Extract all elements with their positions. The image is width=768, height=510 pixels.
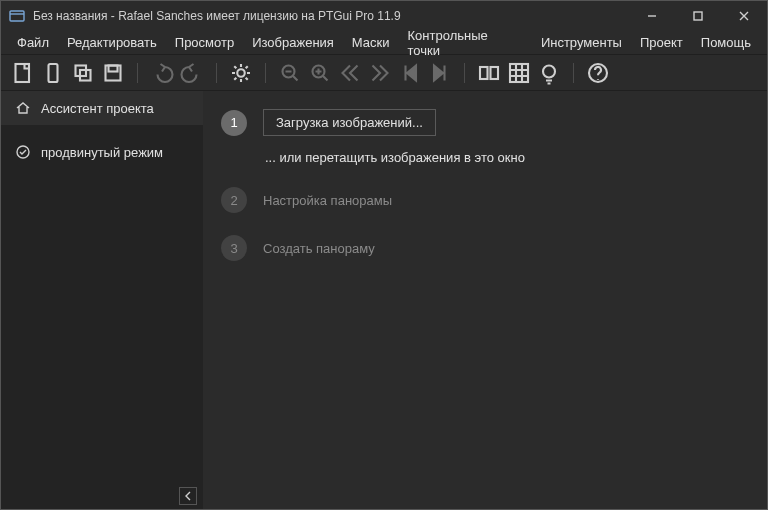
minimize-button[interactable] <box>629 1 675 31</box>
next-icon[interactable] <box>428 61 452 85</box>
toolbar-separator <box>464 63 465 83</box>
svg-rect-12 <box>491 67 499 79</box>
titlebar: Без названия - Rafael Sanches имеет лице… <box>1 1 767 31</box>
load-images-button[interactable]: Загрузка изображений... <box>263 109 436 136</box>
step-2-row: 2 Настройка панорамы <box>221 187 749 213</box>
svg-point-16 <box>17 146 29 158</box>
sidebar-item-advanced[interactable]: продвинутый режим <box>1 135 203 169</box>
content: 1 Загрузка изображений... ... или перета… <box>203 91 767 510</box>
close-button[interactable] <box>721 1 767 31</box>
sidebar-item-label: Ассистент проекта <box>41 101 154 116</box>
menubar: Файл Редактировать Просмотр Изображения … <box>1 31 767 55</box>
step-2-badge: 2 <box>221 187 247 213</box>
svg-rect-1 <box>694 12 702 20</box>
undo-icon[interactable] <box>150 61 174 85</box>
window-controls <box>629 1 767 31</box>
step-3-row: 3 Создать панораму <box>221 235 749 261</box>
step-3-badge: 3 <box>221 235 247 261</box>
toolbar <box>1 55 767 91</box>
new-project-icon[interactable] <box>11 61 35 85</box>
menu-tools[interactable]: Инструменты <box>533 32 630 53</box>
main: Ассистент проекта продвинутый режим 1 За… <box>1 91 767 510</box>
prev-icon[interactable] <box>398 61 422 85</box>
menu-images[interactable]: Изображения <box>244 32 342 53</box>
drag-hint: ... или перетащить изображения в это окн… <box>265 150 749 165</box>
app-icon <box>9 8 25 24</box>
svg-point-14 <box>543 65 555 77</box>
sidebar-collapse-button[interactable] <box>179 487 197 505</box>
copy-icon[interactable] <box>71 61 95 85</box>
svg-rect-0 <box>10 11 24 21</box>
redo-icon[interactable] <box>180 61 204 85</box>
phone-icon[interactable] <box>41 61 65 85</box>
menu-edit[interactable]: Редактировать <box>59 32 165 53</box>
menu-file[interactable]: Файл <box>9 32 57 53</box>
toolbar-separator <box>265 63 266 83</box>
step-1-badge: 1 <box>221 110 247 136</box>
grid-icon[interactable] <box>507 61 531 85</box>
save-icon[interactable] <box>101 61 125 85</box>
skip-back-icon[interactable] <box>338 61 362 85</box>
sidebar-item-label: продвинутый режим <box>41 145 163 160</box>
step-3-label: Создать панораму <box>263 241 375 256</box>
menu-help[interactable]: Помощь <box>693 32 759 53</box>
toolbar-separator <box>137 63 138 83</box>
menu-controlpoints[interactable]: Контрольные точки <box>400 25 531 61</box>
menu-project[interactable]: Проект <box>632 32 691 53</box>
skip-forward-icon[interactable] <box>368 61 392 85</box>
step-1-row: 1 Загрузка изображений... <box>221 109 749 136</box>
lightbulb-icon[interactable] <box>537 61 561 85</box>
maximize-button[interactable] <box>675 1 721 31</box>
toolbar-separator <box>216 63 217 83</box>
svg-rect-13 <box>510 64 528 82</box>
menu-masks[interactable]: Маски <box>344 32 398 53</box>
sidebar-item-assistant[interactable]: Ассистент проекта <box>1 91 203 125</box>
svg-rect-7 <box>109 65 118 71</box>
menu-view[interactable]: Просмотр <box>167 32 242 53</box>
zoom-in-icon[interactable] <box>308 61 332 85</box>
gear-icon[interactable] <box>229 61 253 85</box>
svg-rect-3 <box>49 64 58 82</box>
sidebar: Ассистент проекта продвинутый режим <box>1 91 203 510</box>
zoom-out-icon[interactable] <box>278 61 302 85</box>
help-icon[interactable] <box>586 61 610 85</box>
home-icon <box>15 100 31 116</box>
svg-rect-11 <box>480 67 488 79</box>
svg-point-8 <box>237 69 245 77</box>
toolbar-separator <box>573 63 574 83</box>
check-circle-icon <box>15 144 31 160</box>
panorama-icon[interactable] <box>477 61 501 85</box>
window-title: Без названия - Rafael Sanches имеет лице… <box>33 9 629 23</box>
step-2-label: Настройка панорамы <box>263 193 392 208</box>
svg-rect-2 <box>16 64 30 82</box>
